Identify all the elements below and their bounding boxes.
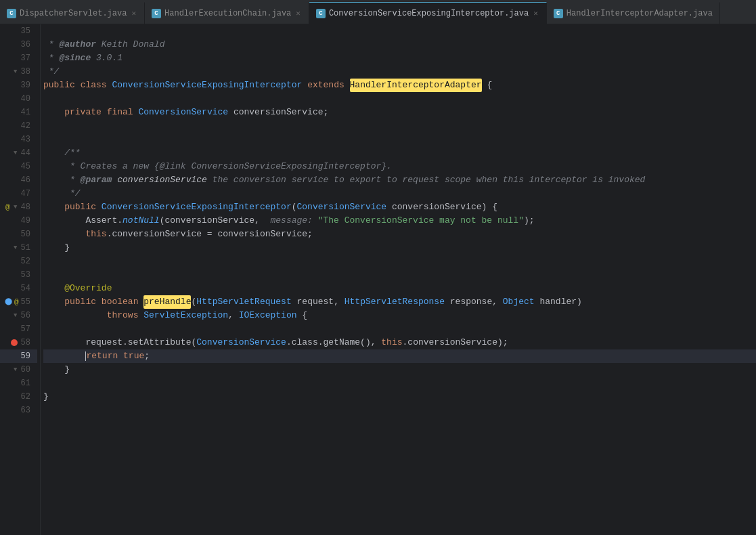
tab-close-dispatcher[interactable]: ✕ (130, 9, 137, 18)
code-line-62: } (43, 390, 756, 404)
gutter-line-55: ⬤ @ 55 (0, 295, 37, 309)
tab-label-handler: HandlerExecutionChain.java (164, 9, 291, 18)
error-marker-58 (11, 339, 18, 346)
gutter-line-37: 37 (0, 51, 37, 65)
tab-conversion[interactable]: C ConversionServiceExposingInterceptor.j… (309, 2, 547, 24)
gutter-line-42: 42 (0, 119, 37, 133)
code-line-41: private final ConversionService conversi… (43, 106, 756, 119)
gutter-line-46: 46 (0, 173, 37, 187)
code-line-47: */ (43, 187, 756, 200)
code-line-58: request.setAttribute(ConversionService.c… (43, 336, 756, 349)
code-content[interactable]: * @author Keith Donald * @since 3.0.1 */… (41, 24, 756, 535)
code-line-53 (43, 268, 756, 282)
code-line-49: Assert.notNull(conversionService, messag… (43, 214, 756, 228)
code-line-52 (43, 255, 756, 268)
gutter-line-43: 43 (0, 133, 37, 146)
tab-label-adapter: HandlerInterceptorAdapter.java (566, 9, 713, 18)
code-line-56: throws ServletException, IOException { (43, 309, 756, 322)
gutter-line-39: 39 (0, 79, 37, 92)
tab-handler-chain[interactable]: C HandlerExecutionChain.java ✕ (145, 2, 309, 24)
gutter-line-57: 57 (0, 322, 37, 336)
gutter-line-61: 61 (0, 377, 37, 390)
code-line-57 (43, 322, 756, 336)
gutter-line-53: 53 (0, 268, 37, 282)
code-line-54: @Override (43, 282, 756, 295)
gutter-line-49: 49 (0, 214, 37, 228)
code-line-44: /** (43, 146, 756, 160)
tab-close-conversion[interactable]: ✕ (532, 9, 539, 18)
tab-icon-adapter: C (554, 9, 563, 18)
fold-icon-48[interactable]: ▼ (12, 204, 19, 211)
tab-label-conversion: ConversionServiceExposingInterceptor.jav… (329, 9, 529, 18)
code-line-40 (43, 92, 756, 106)
gutter-line-58: 58 (0, 336, 37, 349)
code-line-59: return true; (43, 349, 756, 363)
code-line-60: } (43, 363, 756, 377)
fold-icon-56[interactable]: ▼ (12, 312, 19, 319)
gutter-line-54: 54 (0, 282, 37, 295)
code-line-50: this.conversionService = conversionServi… (43, 228, 756, 241)
highlighted-extends: HandlerInterceptorAdapter (350, 79, 482, 92)
gutter-line-40: 40 (0, 92, 37, 106)
code-line-42 (43, 119, 756, 133)
gutter-line-35: 35 (0, 24, 37, 38)
gutter-line-63: 63 (0, 404, 37, 417)
code-line-48: public ConversionServiceExposingIntercep… (43, 200, 756, 214)
tab-label-dispatcher: DispatcherServlet.java (20, 9, 127, 18)
code-line-55: public boolean preHandle(HttpServletRequ… (43, 295, 756, 309)
gutter-line-38: ▼ 38 (0, 65, 37, 79)
gutter-line-47: 47 (0, 187, 37, 200)
gutter-line-51: ▼ 51 (0, 241, 37, 255)
gutter-line-44: ▼ 44 (0, 146, 37, 160)
breakpoint-marker-55: ⬤ (5, 295, 12, 309)
code-line-45: * Creates a new {@link ConversionService… (43, 160, 756, 173)
fold-icon-51[interactable]: ▼ (12, 244, 19, 251)
gutter-line-60: ▼ 60 (0, 363, 37, 377)
tab-icon-conversion: C (316, 9, 326, 18)
code-line-51: } (43, 241, 756, 255)
code-line-35 (43, 24, 756, 38)
code-line-43 (43, 133, 756, 146)
tab-bar: C DispatcherServlet.java ✕ C HandlerExec… (0, 0, 756, 24)
tab-adapter[interactable]: C HandlerInterceptorAdapter.java (547, 2, 720, 24)
gutter-line-50: 50 (0, 228, 37, 241)
tab-close-handler[interactable]: ✕ (294, 9, 302, 18)
code-line-37: * @since 3.0.1 (43, 51, 756, 65)
fold-icon-60[interactable]: ▼ (12, 366, 19, 373)
gutter-line-59: 59 (0, 349, 37, 363)
code-line-38: */ (43, 65, 756, 79)
tab-icon-handler: C (152, 9, 161, 18)
tab-icon-dispatcher: C (7, 9, 16, 18)
gutter-line-56: ▼ 56 (0, 309, 37, 322)
code-line-46: * @param conversionService the conversio… (43, 173, 756, 187)
gutter-line-41: 41 (0, 106, 37, 119)
tab-dispatcher[interactable]: C DispatcherServlet.java ✕ (0, 2, 145, 24)
editor: 35 36 37 ▼ 38 39 40 41 42 (0, 24, 756, 535)
line-number-gutter: 35 36 37 ▼ 38 39 40 41 42 (0, 24, 41, 535)
code-line-36: * @author Keith Donald (43, 38, 756, 51)
annotation-marker-55: @ (14, 295, 19, 309)
fold-icon-44[interactable]: ▼ (12, 150, 19, 156)
gutter-line-48: @ ▼ 48 (0, 200, 37, 214)
gutter-line-52: 52 (0, 255, 37, 268)
gutter-line-36: 36 (0, 38, 37, 51)
highlighted-method: preHandle (143, 295, 191, 309)
code-line-63 (43, 404, 756, 417)
annotation-marker-48: @ (5, 200, 10, 214)
gutter-line-62: 62 (0, 390, 37, 404)
fold-icon-38[interactable]: ▼ (12, 68, 19, 75)
code-line-39: public class ConversionServiceExposingIn… (43, 79, 756, 92)
code-line-61 (43, 377, 756, 390)
gutter-line-45: 45 (0, 160, 37, 173)
